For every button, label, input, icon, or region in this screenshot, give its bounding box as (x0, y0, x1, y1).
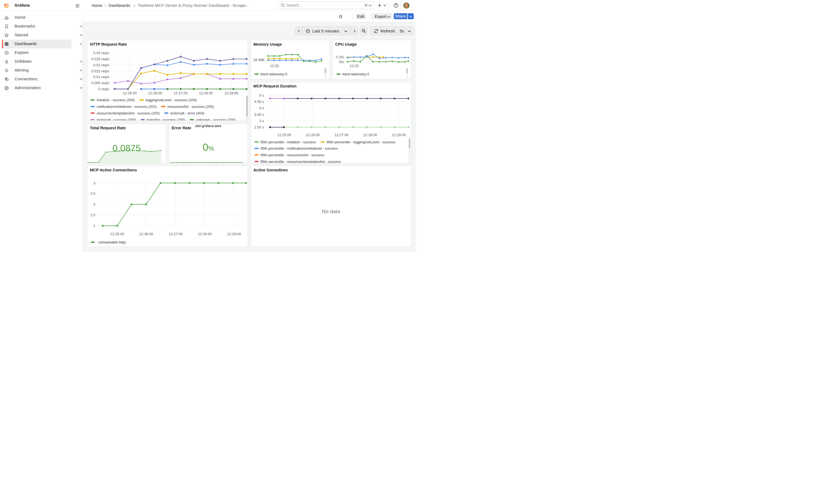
svg-text:16 MiB: 16 MiB (253, 58, 264, 62)
svg-text:12:26:00: 12:26:00 (306, 133, 320, 137)
svg-text:0.015 req/s: 0.015 req/s (92, 69, 109, 73)
svg-text:12:29:00: 12:29:00 (227, 232, 241, 236)
svg-text:0.01 req/s: 0.01 req/s (93, 75, 109, 79)
svg-text:12:28:00: 12:28:00 (198, 232, 212, 236)
svg-text:0.2%: 0.2% (336, 55, 344, 59)
svg-text:1.5: 1.5 (90, 213, 96, 217)
svg-text:12:26:00: 12:26:00 (148, 91, 162, 95)
svg-text:12:25:00: 12:25:00 (123, 91, 137, 95)
svg-text:12:27:00: 12:27:00 (335, 133, 348, 137)
svg-text:0.025 req/s: 0.025 req/s (92, 57, 109, 61)
svg-text:5 s: 5 s (259, 93, 264, 97)
svg-text:12:27:00: 12:27:00 (168, 232, 183, 236)
svg-text:4 s: 4 s (259, 106, 264, 110)
svg-text:0%: 0% (339, 60, 344, 64)
svg-text:1: 1 (94, 224, 96, 228)
svg-text:12:28:00: 12:28:00 (363, 133, 377, 137)
svg-text:4.50 s: 4.50 s (254, 100, 264, 104)
svg-text:12:27:00: 12:27:00 (174, 91, 188, 95)
svg-text:2.5: 2.5 (90, 191, 96, 195)
svg-text:0.005 req/s: 0.005 req/s (92, 81, 109, 85)
svg-text:2: 2 (94, 202, 96, 206)
svg-text:3 s: 3 s (259, 118, 264, 123)
svg-text:12:25:00: 12:25:00 (110, 232, 124, 236)
svg-text:12:25: 12:25 (350, 64, 359, 68)
svg-text:0 req/s: 0 req/s (98, 87, 109, 91)
svg-text:0.02 req/s: 0.02 req/s (93, 63, 109, 67)
svg-text:12:29:00: 12:29:00 (225, 91, 238, 95)
svg-text:12:28:00: 12:28:00 (199, 91, 213, 95)
svg-text:12:26:00: 12:26:00 (139, 232, 153, 236)
svg-text:3.50 s: 3.50 s (254, 112, 264, 116)
svg-text:12:29:00: 12:29:00 (392, 133, 406, 137)
svg-text:12:25: 12:25 (270, 64, 279, 68)
svg-text:12:25:00: 12:25:00 (277, 133, 291, 137)
svg-text:3: 3 (94, 181, 96, 185)
svg-text:0.03 req/s: 0.03 req/s (93, 51, 109, 55)
svg-text:2.50 s: 2.50 s (254, 125, 264, 129)
